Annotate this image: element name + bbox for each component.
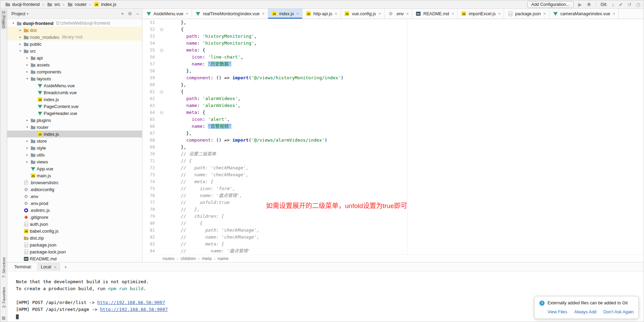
add-configuration-button[interactable]: Add Configuration... [527, 1, 574, 8]
tree-item[interactable]: ▸components [7, 68, 142, 75]
editor-tab[interactable]: MDREADME.md× [412, 9, 458, 19]
gear-icon[interactable]: ⚙ [128, 11, 132, 16]
editor-tab[interactable]: AsideMenu.vue× [142, 9, 192, 19]
chevron-down-icon[interactable]: ▾ [18, 49, 23, 53]
fold-icon[interactable] [158, 28, 165, 31]
tool-windows-switcher-icon[interactable]: ▦ [2, 315, 6, 320]
tree-item[interactable]: PageContent.vue [7, 103, 142, 110]
editor-tab[interactable]: cameraManage\index.vue× [549, 9, 619, 19]
chevron-right-icon[interactable]: ▸ [25, 153, 30, 156]
tree-item[interactable]: PageHeader.vue [7, 110, 142, 117]
tree-item[interactable]: AsideMenu.vue [7, 82, 142, 89]
fold-icon[interactable] [158, 111, 165, 114]
chevron-right-icon[interactable]: ▸ [18, 35, 23, 39]
chevron-right-icon[interactable]: ▸ [25, 70, 30, 73]
chevron-right-icon[interactable]: ▸ [25, 118, 30, 122]
run-icon[interactable]: ▶ [578, 2, 582, 7]
tree-item[interactable]: {}package.json [7, 241, 142, 248]
tree-item[interactable]: ▾layouts [7, 75, 142, 82]
chevron-right-icon[interactable]: ▸ [25, 63, 30, 66]
editor-tab[interactable]: JShttp-api.js× [302, 9, 341, 19]
tree-item[interactable]: ▸api [7, 54, 142, 61]
breadcrumb-item[interactable]: JSindex.js [94, 2, 116, 7]
tree-item[interactable]: ▸store [7, 137, 142, 144]
editor-tab[interactable]: JSindex.js× [268, 9, 302, 19]
git-update-icon[interactable]: ↓ [612, 2, 614, 7]
tree-item[interactable]: JSindex.js [7, 131, 142, 137]
close-icon[interactable]: × [498, 11, 501, 16]
debug-icon[interactable] [586, 2, 591, 7]
editor-tab[interactable]: {}package.json× [504, 9, 549, 19]
tree-item[interactable]: JSbabel.config.js [7, 227, 142, 234]
tree-item[interactable]: .gitignore [7, 214, 142, 221]
git-commit-icon[interactable]: ✔ [619, 2, 623, 7]
tree-item[interactable]: Breadcrumb.vue [7, 89, 142, 96]
editor-tab[interactable]: JSvue.config.js× [341, 9, 385, 19]
editor-breadcrumb-item[interactable]: routes [162, 256, 175, 261]
notification-action-link[interactable]: View Files [547, 308, 567, 315]
tree-item[interactable]: ▸utils [7, 151, 142, 158]
fold-icon[interactable] [158, 49, 165, 52]
close-icon[interactable]: × [296, 11, 299, 16]
terminal-link[interactable]: http://192.168.66.56:9007 [100, 307, 168, 312]
tree-item[interactable]: JSindex.js [7, 96, 142, 103]
close-icon[interactable]: × [612, 11, 615, 16]
chevron-down-icon[interactable]: ▾ [25, 77, 30, 80]
breadcrumb-item[interactable]: src [47, 2, 60, 7]
close-icon[interactable]: × [378, 11, 381, 16]
chevron-down-icon[interactable]: ▾ [25, 125, 30, 129]
chevron-right-icon[interactable]: ▸ [18, 42, 23, 46]
chevron-down-icon[interactable]: ▾ [11, 21, 16, 25]
tree-item[interactable]: ▸assets [7, 61, 142, 68]
project-tool-button[interactable]: 1: Project [1, 10, 7, 29]
history-icon[interactable]: ◷ [636, 2, 640, 7]
git-revert-icon[interactable]: ↺ [627, 2, 632, 7]
close-icon[interactable]: × [262, 11, 265, 16]
locate-file-icon[interactable]: ⌖ [121, 11, 124, 17]
tree-item[interactable]: .browserslistrc [7, 179, 142, 186]
structure-tool-button[interactable]: 7: Structure [1, 256, 7, 279]
breadcrumb-item[interactable]: duoji-frontend [5, 2, 40, 7]
tree-item[interactable]: ▾duoji-frontendD:\zheheWeb\duoji-fronten… [7, 20, 142, 27]
terminal-output[interactable]: Note that the development build is not o… [7, 271, 644, 322]
editor-tab[interactable]: realTimeMonitoring\index.vue× [192, 9, 268, 19]
editor-tab[interactable]: JSimportExcel.js× [458, 9, 504, 19]
tree-item[interactable]: .eslintrc.js [7, 207, 142, 214]
close-icon[interactable]: × [543, 11, 546, 16]
tree-item[interactable]: App.vue [7, 165, 142, 172]
hide-panel-icon[interactable]: ─ [136, 11, 139, 16]
tree-item[interactable]: dist.zip [7, 234, 142, 241]
tree-item[interactable]: {}package-lock.json [7, 248, 142, 255]
notification-action-link[interactable]: Always Add [574, 308, 597, 315]
close-icon[interactable]: × [54, 265, 57, 270]
close-icon[interactable]: × [186, 11, 188, 16]
tree-item[interactable]: ▸node_moduleslibrary root [7, 34, 142, 41]
chevron-right-icon[interactable]: ▸ [25, 160, 30, 163]
breadcrumb-item[interactable]: router [67, 2, 87, 7]
tree-item[interactable]: ▸plugins [7, 117, 142, 124]
notification-action-link[interactable]: Don't Ask Again [603, 308, 634, 315]
editor-breadcrumb-item[interactable]: meta [202, 256, 212, 261]
editor-breadcrumb-item[interactable]: name [218, 256, 228, 261]
tree-item[interactable]: ⚙.env [7, 193, 142, 200]
close-icon[interactable]: × [406, 11, 409, 16]
chevron-right-icon[interactable]: ▸ [18, 28, 23, 32]
tree-item[interactable]: ▾router [7, 124, 142, 131]
tree-item[interactable]: ⚙.env.prod [7, 200, 142, 207]
project-view-selector[interactable]: Project ▾ [11, 11, 28, 16]
favorites-tool-button[interactable]: 2: Favorites [1, 286, 7, 309]
tree-item[interactable]: {}auth.json [7, 221, 142, 227]
terminal-link[interactable]: http://192.168.66.56:9007 [97, 300, 165, 305]
editor-breadcrumb-item[interactable]: children [180, 256, 196, 261]
tree-item[interactable]: MDREADME.md [7, 255, 142, 262]
close-icon[interactable]: × [335, 11, 337, 16]
tree-item[interactable]: ▸public [7, 41, 142, 47]
chevron-right-icon[interactable]: ▸ [25, 146, 30, 150]
new-terminal-button[interactable]: + [64, 264, 67, 270]
fold-icon[interactable] [158, 90, 165, 93]
tree-item[interactable]: ▾src [7, 47, 142, 54]
editor-tab[interactable]: ⚙.env× [385, 9, 412, 19]
editor[interactable]: 51 },52 {53 path: 'historyMonitoring',54… [142, 19, 644, 254]
tree-item[interactable]: ▸dist [7, 27, 142, 34]
tree-item[interactable]: JSmain.js [7, 172, 142, 179]
